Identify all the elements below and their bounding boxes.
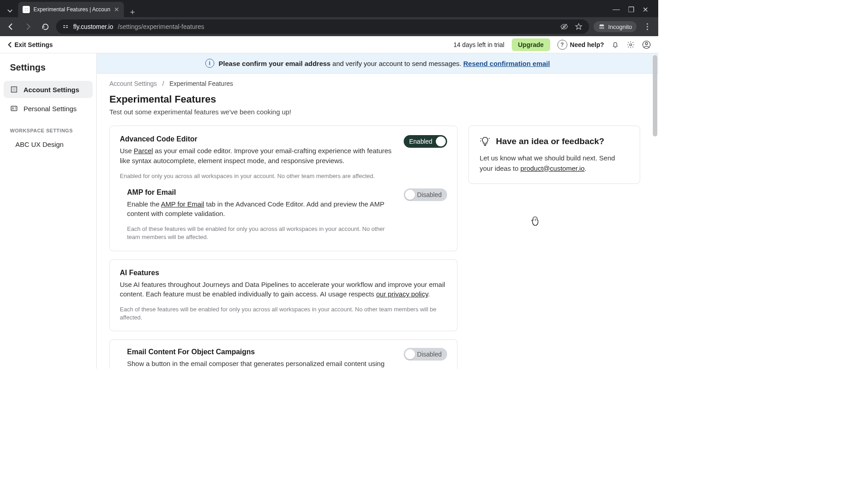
feature-note: Each of these features will be enabled f… [120,305,447,322]
feature-description: Use AI features throughout Journeys and … [120,280,447,300]
feature-title: Advanced Code Editor [120,135,395,143]
sidebar-item-label: Personal Settings [24,105,77,113]
toggle-knob [436,136,446,146]
help-icon: ? [557,40,567,50]
toggle-label: Disabled [417,191,442,198]
toggle-knob [405,349,415,359]
incognito-icon [598,23,605,30]
workspace-heading: WORKSPACE SETTINGS [4,119,93,137]
eye-off-icon[interactable] [560,23,568,31]
feature-title: Email Content For Object Campaigns [127,348,395,356]
maximize-icon[interactable]: ❐ [628,5,634,14]
svg-point-6 [600,27,602,29]
gear-icon[interactable] [627,41,635,49]
chevron-left-icon [7,42,12,48]
parcel-link[interactable]: Parcel [134,147,153,155]
url-field[interactable]: fly.customer.io/settings/experimental-fe… [56,19,589,34]
incognito-chip[interactable]: Incognito [594,21,637,32]
need-help-label: Need help? [570,41,604,48]
resend-confirmation-link[interactable]: Resend confirmation email [463,60,550,67]
minimize-icon[interactable]: — [613,5,620,14]
page-title: Experimental Features [109,94,646,105]
toggle-amp-email[interactable]: Disabled [404,188,447,201]
kebab-menu-icon[interactable] [641,20,654,33]
avatar-icon[interactable] [642,40,651,49]
bell-icon[interactable] [611,41,619,49]
tab-title: Experimental Features | Accoun [33,6,110,13]
forward-button[interactable] [22,20,34,33]
trial-text: 14 days left in trial [453,41,505,48]
svg-rect-1 [66,25,68,26]
sidebar-item-personal-settings[interactable]: Personal Settings [4,100,93,117]
page-subtitle: Test out some experimental features we'v… [109,108,646,116]
feature-card-email-object: Email Content For Object Campaigns Show … [109,339,458,369]
tab-strip: ∷ Experimental Features | Accoun ✕ ＋ — ❐… [0,0,658,17]
breadcrumb-current: Experimental Features [170,80,233,87]
toggle-knob [405,190,415,200]
svg-point-10 [646,26,648,27]
exit-settings-button[interactable]: Exit Settings [7,41,53,48]
svg-rect-2 [63,27,65,28]
window-controls: — ❐ ✕ [613,2,655,17]
upgrade-button[interactable]: Upgrade [512,38,550,51]
toggle-advanced-editor[interactable]: Enabled [404,135,447,148]
confirm-email-banner: i Please confirm your email address and … [97,53,658,74]
settings-sidebar: Settings Account Settings Personal Setti… [0,53,97,369]
toggle-label: Disabled [417,351,442,358]
close-window-icon[interactable]: ✕ [642,5,648,14]
amp-for-email-link[interactable]: AMP for Email [161,200,204,208]
feedback-title: Have an idea or feedback? [496,136,604,146]
url-path: /settings/experimental-features [118,23,204,30]
svg-point-12 [630,43,632,46]
url-host: fly.customer.io [73,23,113,30]
need-help-button[interactable]: ? Need help? [557,40,604,50]
svg-line-29 [489,138,490,139]
toggle-label: Enabled [409,138,432,145]
scrollbar-thumb[interactable] [653,55,657,136]
sidebar-item-workspace[interactable]: ABC UX Design [4,137,93,152]
sidebar-item-account-settings[interactable]: Account Settings [4,81,93,98]
back-button[interactable] [5,20,17,33]
feature-card-ai: AI Features Use AI features throughout J… [109,259,458,332]
svg-point-14 [646,42,648,45]
feature-description: Show a button in the email composer that… [127,359,395,369]
feature-description: Enable the AMP for Email tab in the Adva… [127,199,395,219]
feedback-card: Have an idea or feedback? Let us know wh… [468,126,640,184]
banner-bold: Please confirm your email address [219,60,331,67]
banner-text: Please confirm your email address and ve… [219,60,550,67]
building-icon [10,85,18,94]
sidebar-title: Settings [4,61,93,81]
feature-note: Enabled for only you across all workspac… [120,172,395,180]
feature-note: Each of these features will be enabled f… [127,225,395,241]
feature-title: AMP for Email [127,188,395,197]
svg-point-11 [646,28,648,30]
svg-line-28 [481,138,481,139]
svg-rect-15 [11,87,17,92]
breadcrumb-root[interactable]: Account Settings [109,80,157,87]
bookmark-star-icon[interactable] [575,23,583,31]
feature-description: Use Parcel as your email code editor. Im… [120,146,395,166]
toggle-email-object[interactable]: Disabled [404,348,447,361]
feature-card-advanced-editor: Advanced Code Editor Use Parcel as your … [109,126,458,251]
info-icon: i [205,59,214,68]
svg-point-9 [646,23,648,24]
app-topbar: Exit Settings 14 days left in trial Upgr… [0,36,658,53]
address-bar: fly.customer.io/settings/experimental-fe… [0,17,658,36]
feedback-email-link[interactable]: product@customer.io [520,164,585,172]
main-content: i Please confirm your email address and … [97,53,658,369]
svg-rect-0 [63,25,65,26]
browser-tab[interactable]: ∷ Experimental Features | Accoun ✕ [18,2,124,17]
tab-favicon-icon: ∷ [23,6,30,13]
scrollbar-track[interactable] [652,53,658,369]
tab-close-icon[interactable]: ✕ [114,6,119,13]
lightbulb-icon [480,136,491,147]
feature-title: AI Features [120,269,447,277]
new-tab-button[interactable]: ＋ [124,6,141,17]
site-info-icon[interactable] [62,23,69,30]
svg-rect-22 [11,106,17,111]
privacy-policy-link[interactable]: our privacy policy [376,290,428,298]
reload-button[interactable] [39,20,52,33]
tab-search-button[interactable] [4,5,16,17]
svg-point-23 [12,108,14,109]
incognito-label: Incognito [608,23,632,30]
